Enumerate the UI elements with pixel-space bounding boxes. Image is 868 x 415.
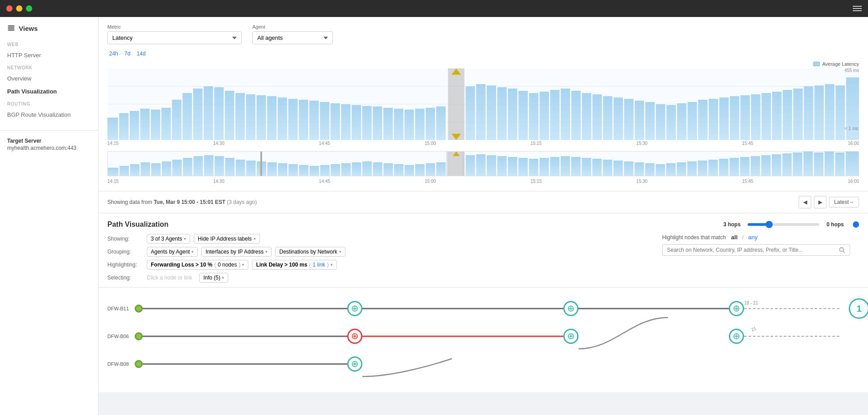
next-button[interactable]: ▶: [814, 196, 826, 208]
node-dfwb08-1[interactable]: [347, 356, 362, 372]
svg-rect-98: [299, 165, 308, 176]
legend-swatch: [813, 62, 820, 66]
svg-rect-53: [582, 93, 591, 140]
info-button[interactable]: Info (5) ▾: [199, 273, 228, 283]
forwarding-nodes-value: (: [214, 262, 216, 268]
x-label-1515: 15:15: [531, 141, 542, 146]
hops-thumb[interactable]: [766, 221, 773, 228]
time-24h-button[interactable]: 24h: [107, 50, 120, 58]
main-content: Metric Latency Agent All agents 24h 7d 1…: [98, 17, 868, 415]
sidebar-item-http-server[interactable]: HTTP Server: [0, 49, 98, 62]
svg-rect-149: [814, 152, 823, 176]
forwarding-loss-button[interactable]: Forwarding Loss > 10 % ( 0 nodes ) ▾: [147, 260, 248, 270]
highlighting-label: Highlighting:: [107, 262, 143, 268]
highlight-any-label[interactable]: any: [748, 234, 757, 241]
svg-rect-30: [352, 105, 361, 140]
svg-rect-61: [667, 105, 676, 140]
dotted-line-dfwb06: [744, 336, 839, 337]
highlight-all-label[interactable]: all: [731, 234, 737, 241]
sidebar-item-overview[interactable]: Overview: [0, 72, 98, 85]
node-dfwb06-1[interactable]: [347, 329, 362, 344]
start-node-dfwb11[interactable]: [135, 305, 143, 313]
target-server-value: myhealth.acmehero.com:443: [7, 145, 91, 151]
latest-button[interactable]: Latest→: [829, 197, 859, 208]
svg-rect-135: [666, 163, 676, 176]
node-dfwb06-2[interactable]: [563, 329, 579, 344]
x-label-1530: 15:30: [636, 141, 647, 146]
svg-rect-81: [119, 166, 129, 176]
hops-slider[interactable]: [748, 223, 819, 226]
search-bar[interactable]: [662, 244, 850, 256]
agents-by-button[interactable]: Agents by Agent ▾: [147, 247, 198, 257]
svg-rect-76: [825, 84, 834, 140]
sidebar-item-path-visualization[interactable]: Path Visualization: [0, 85, 98, 98]
timestamp-prefix: Showing data from: [107, 199, 152, 205]
x-label-1600: 16:00: [848, 141, 859, 146]
forwarding-chevron-icon: ▾: [242, 263, 244, 267]
hops-control: 3 hops 0 hops: [723, 221, 859, 228]
svg-rect-109: [415, 164, 425, 176]
svg-rect-96: [278, 163, 287, 176]
svg-rect-63: [688, 102, 697, 140]
svg-rect-57: [624, 99, 634, 140]
svg-rect-62: [677, 103, 686, 140]
hops-right-label: 0 hops: [826, 221, 844, 228]
svg-rect-48: [529, 93, 538, 140]
endpoint-node-dfwb11[interactable]: 1: [849, 298, 868, 319]
interfaces-by-button[interactable]: Interfaces by IP Address ▾: [201, 247, 272, 257]
svg-rect-104: [362, 161, 372, 176]
agent-select[interactable]: All agents: [252, 31, 333, 44]
node-dfwb11-3[interactable]: [729, 301, 744, 316]
mini-x-label-1430: 14:30: [213, 179, 224, 184]
hamburger-menu-icon[interactable]: [853, 6, 862, 11]
showing-agents-button[interactable]: 3 of 3 Agents ▾: [147, 234, 190, 244]
click-node-label: Click a node or link: [147, 275, 192, 281]
search-input[interactable]: [667, 247, 839, 253]
hops-right-thumb[interactable]: [853, 221, 859, 228]
svg-rect-110: [426, 163, 435, 176]
grouping-row: Grouping: Agents by Agent ▾ Interfaces b…: [107, 247, 644, 257]
network-node-icon-3: [733, 305, 740, 312]
metric-select[interactable]: Latency: [107, 31, 242, 44]
time-7d-button[interactable]: 7d: [123, 50, 132, 58]
network-node-icon-2: [567, 305, 574, 312]
svg-rect-85: [162, 161, 171, 176]
node-dfwb11-1[interactable]: [347, 301, 362, 316]
window-controls: [6, 5, 32, 12]
main-chart-svg: [107, 68, 859, 140]
prev-button[interactable]: ◀: [799, 196, 811, 208]
search-icon: [839, 247, 845, 253]
svg-rect-133: [645, 163, 655, 176]
hide-ip-button[interactable]: Hide IP Address labels ▾: [194, 234, 260, 244]
svg-rect-88: [193, 156, 203, 176]
sidebar-item-bgp-route[interactable]: BGP Route Visualization: [0, 108, 98, 121]
svg-rect-67: [730, 96, 739, 140]
forwarding-nodes-count: 0 nodes: [218, 262, 237, 268]
link-delay-button[interactable]: Link Delay > 100 ms ( 1 link ) ▾: [252, 260, 336, 270]
svg-rect-152: [846, 152, 859, 176]
link-delay-chevron-icon: ▾: [331, 263, 333, 267]
time-14d-button[interactable]: 14d: [135, 50, 147, 58]
start-node-dfwb06[interactable]: [135, 332, 143, 340]
node-dfwb06-3[interactable]: [729, 329, 744, 344]
svg-rect-50: [550, 90, 560, 140]
svg-rect-118: [487, 155, 496, 176]
viz-line-dfwb08: [139, 363, 859, 365]
svg-rect-39: [448, 68, 464, 140]
line-dfwb06-1: [143, 336, 359, 337]
y-axis-top-label: 455 ms: [844, 68, 859, 73]
highlight-nodes-label: Highlight nodes that match: [662, 234, 726, 241]
svg-rect-131: [624, 161, 634, 176]
maximize-button[interactable]: [26, 5, 32, 12]
start-node-dfwb08[interactable]: [135, 360, 143, 368]
node-dfwb11-2[interactable]: [563, 301, 579, 316]
svg-rect-99: [310, 166, 319, 176]
destinations-by-button[interactable]: Destinations by Network ▾: [275, 247, 345, 257]
svg-rect-13: [172, 100, 181, 140]
svg-rect-22: [267, 96, 277, 140]
close-button[interactable]: [6, 5, 13, 12]
mini-x-label-1500: 15:00: [425, 179, 436, 184]
svg-rect-10: [140, 109, 150, 140]
forwarding-loss-label: Forwarding Loss > 10 %: [151, 262, 213, 268]
minimize-button[interactable]: [16, 5, 22, 12]
